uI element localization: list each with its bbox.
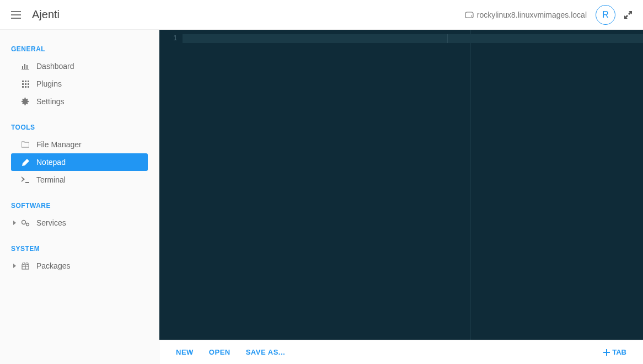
app-title: Ajenti xyxy=(32,8,60,21)
svg-rect-2 xyxy=(25,81,26,82)
line-number: 1 xyxy=(173,34,177,42)
sidebar-item-label: Dashboard xyxy=(36,62,74,71)
gear-icon xyxy=(21,98,30,105)
sidebar-item-packages[interactable]: Packages xyxy=(11,257,148,275)
sidebar-item-label: Services xyxy=(36,218,66,227)
svg-rect-7 xyxy=(22,86,24,88)
disk-icon xyxy=(465,12,474,18)
sidebar-item-services[interactable]: Services xyxy=(11,214,148,232)
app-header: Ajenti rockylinux8.linuxvmimages.local R xyxy=(0,0,643,30)
grid-icon xyxy=(21,81,30,88)
content-area: 1 NEW OPEN SAVE AS... TAB xyxy=(159,30,643,364)
main-layout: GENERAL Dashboard Plugins Settings TOOLS… xyxy=(0,30,643,364)
svg-point-11 xyxy=(26,223,29,226)
sidebar-item-terminal[interactable]: Terminal xyxy=(11,171,148,189)
svg-rect-6 xyxy=(28,83,29,85)
editor-gutter: 1 xyxy=(159,30,183,340)
new-button[interactable]: NEW xyxy=(176,348,194,356)
svg-rect-3 xyxy=(28,81,29,82)
terminal-icon xyxy=(21,176,30,183)
code-editor[interactable]: 1 xyxy=(159,30,643,340)
hostname-text: rockylinux8.linuxvmimages.local xyxy=(477,10,587,19)
sidebar: GENERAL Dashboard Plugins Settings TOOLS… xyxy=(0,30,159,364)
plus-icon xyxy=(603,349,610,356)
fullscreen-icon[interactable] xyxy=(624,11,632,19)
save-as-button[interactable]: SAVE AS... xyxy=(246,348,285,356)
user-avatar[interactable]: R xyxy=(596,5,615,25)
cogs-icon xyxy=(21,220,30,227)
sidebar-item-label: Notepad xyxy=(36,158,66,167)
editor-text-area[interactable] xyxy=(183,30,643,340)
toolbar-left: NEW OPEN SAVE AS... xyxy=(176,348,285,356)
svg-point-10 xyxy=(22,220,25,224)
avatar-initial: R xyxy=(602,10,609,20)
gift-icon xyxy=(21,263,30,270)
section-software: SOFTWARE xyxy=(11,202,148,210)
sidebar-item-notepad[interactable]: Notepad xyxy=(11,153,148,171)
svg-point-0 xyxy=(471,15,472,17)
tab-label: TAB xyxy=(612,348,626,356)
tab-button[interactable]: TAB xyxy=(603,348,626,356)
sidebar-item-label: Terminal xyxy=(36,175,66,184)
header-left: Ajenti xyxy=(11,8,60,21)
print-margin xyxy=(470,30,471,340)
sidebar-item-plugins[interactable]: Plugins xyxy=(11,75,148,93)
section-general: GENERAL xyxy=(11,45,148,53)
bar-chart-icon xyxy=(21,63,30,69)
svg-rect-5 xyxy=(25,83,26,85)
sidebar-item-label: Plugins xyxy=(36,79,62,88)
hostname-display: rockylinux8.linuxvmimages.local xyxy=(465,10,587,19)
svg-rect-9 xyxy=(28,86,29,88)
editor-toolbar: NEW OPEN SAVE AS... TAB xyxy=(159,340,643,364)
sidebar-item-file-manager[interactable]: File Manager xyxy=(11,136,148,153)
pencil-icon xyxy=(21,159,30,166)
svg-rect-4 xyxy=(22,83,24,85)
svg-rect-1 xyxy=(22,81,24,82)
sidebar-item-label: Settings xyxy=(36,97,65,106)
folder-icon xyxy=(21,141,30,148)
sidebar-item-label: Packages xyxy=(36,261,70,270)
open-button[interactable]: OPEN xyxy=(209,348,231,356)
svg-rect-8 xyxy=(25,86,26,88)
hamburger-menu-icon[interactable] xyxy=(11,11,21,19)
header-right: rockylinux8.linuxvmimages.local R xyxy=(465,5,632,25)
active-line xyxy=(183,34,643,43)
sidebar-item-dashboard[interactable]: Dashboard xyxy=(11,57,148,75)
section-system: SYSTEM xyxy=(11,245,148,253)
sidebar-item-label: File Manager xyxy=(36,140,82,149)
sidebar-item-settings[interactable]: Settings xyxy=(11,93,148,110)
section-tools: TOOLS xyxy=(11,124,148,131)
